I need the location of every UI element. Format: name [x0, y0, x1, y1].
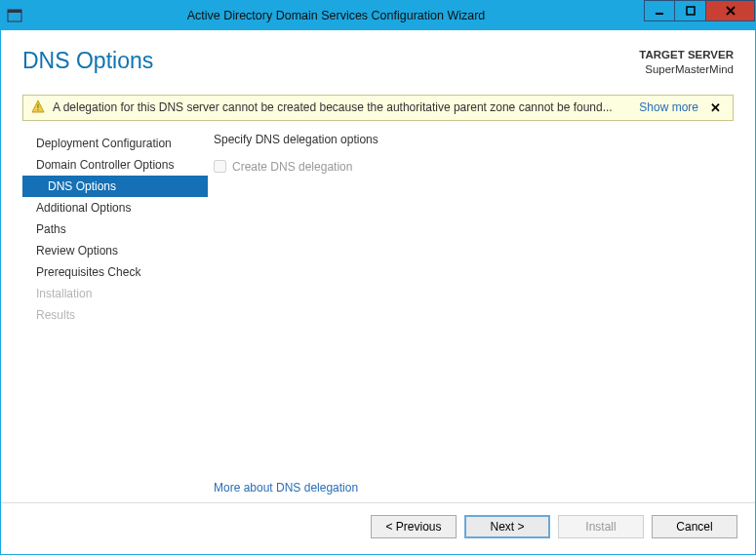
svg-rect-2 — [656, 13, 663, 15]
target-server-label: TARGET SERVER — [639, 48, 734, 62]
window-controls — [644, 1, 755, 30]
next-button[interactable]: Next > — [464, 515, 550, 538]
create-dns-delegation-checkbox — [214, 160, 226, 173]
install-button: Install — [558, 515, 644, 538]
warning-show-more-link[interactable]: Show more — [639, 100, 698, 114]
cancel-button[interactable]: Cancel — [652, 515, 737, 538]
sidebar-item-results: Results — [22, 304, 208, 326]
sidebar-item-review-options[interactable]: Review Options — [22, 240, 208, 261]
maximize-button[interactable] — [675, 0, 706, 21]
wizard-window: Active Directory Domain Services Configu… — [0, 0, 756, 555]
page-title: DNS Options — [22, 48, 153, 74]
close-button[interactable] — [706, 0, 755, 21]
more-about-link[interactable]: More about DNS delegation — [214, 481, 728, 495]
create-dns-delegation-row: Create DNS delegation — [214, 160, 728, 174]
sidebar-item-installation: Installation — [22, 283, 208, 304]
target-server-name: SuperMasterMind — [639, 62, 734, 77]
warning-bar: A delegation for this DNS server cannot … — [22, 95, 734, 121]
sidebar-item-deployment-configuration[interactable]: Deployment Configuration — [22, 133, 208, 154]
previous-button[interactable]: < Previous — [371, 515, 457, 538]
sidebar-item-dns-options[interactable]: DNS Options — [22, 176, 208, 197]
svg-rect-5 — [37, 103, 38, 108]
client-area: DNS Options TARGET SERVER SuperMasterMin… — [1, 30, 755, 502]
footer: < Previous Next > Install Cancel — [1, 502, 755, 554]
svg-rect-1 — [8, 10, 21, 13]
svg-rect-6 — [37, 109, 38, 110]
create-dns-delegation-label: Create DNS delegation — [232, 160, 352, 174]
minimize-button[interactable] — [644, 0, 675, 21]
warning-message: A delegation for this DNS server cannot … — [53, 100, 631, 114]
titlebar: Active Directory Domain Services Configu… — [1, 1, 755, 30]
warning-icon — [31, 99, 45, 116]
system-menu-icon[interactable] — [1, 9, 28, 22]
sidebar: Deployment Configuration Domain Controll… — [22, 131, 208, 502]
header-row: DNS Options TARGET SERVER SuperMasterMin… — [22, 48, 734, 77]
sidebar-item-domain-controller-options[interactable]: Domain Controller Options — [22, 154, 208, 176]
specify-label: Specify DNS delegation options — [214, 133, 728, 146]
target-server-block: TARGET SERVER SuperMasterMind — [639, 48, 734, 77]
sidebar-item-additional-options[interactable]: Additional Options — [22, 197, 208, 218]
window-title: Active Directory Domain Services Configu… — [28, 9, 644, 22]
main-panel: Specify DNS delegation options Create DN… — [208, 131, 734, 502]
sidebar-item-prerequisites-check[interactable]: Prerequisites Check — [22, 261, 208, 283]
body-row: Deployment Configuration Domain Controll… — [22, 131, 734, 502]
warning-dismiss-button[interactable]: ✕ — [706, 100, 725, 115]
sidebar-item-paths[interactable]: Paths — [22, 218, 208, 240]
svg-rect-3 — [687, 7, 695, 15]
